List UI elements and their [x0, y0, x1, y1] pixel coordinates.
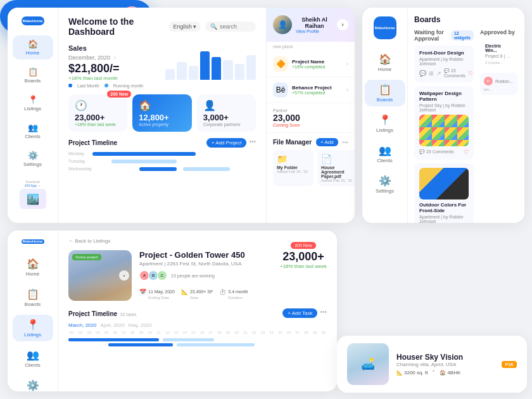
project-name-2: Behance Project: [292, 85, 343, 91]
lt-months: March, 2020 April, 2020 May, 2020: [68, 322, 327, 328]
project-arrow-icon: ›: [346, 61, 348, 67]
listing-nav-boards[interactable]: 📋 Boards: [13, 284, 53, 311]
lt-title-group: Project Timeline 32 tasks: [68, 307, 137, 319]
board-card-wallpaper[interactable]: Wallpaper Design Pattern Project Sky | b…: [414, 86, 474, 160]
waiting-col-title: Waiting for Approval 12 widgets: [414, 29, 474, 42]
workers-count: 23 people are working: [171, 274, 215, 278]
fm-header: File Manager + Add •••: [273, 138, 348, 146]
stat-card-partners: 👤 3,000+ Corporate partners: [197, 94, 256, 132]
sidebar-item-boards[interactable]: 📋 Boards: [13, 63, 53, 87]
partner-label: Partner: [273, 108, 348, 113]
board-card-outdoor[interactable]: Outdoor Colors For Front-Side Apartment …: [414, 163, 474, 223]
main-header: Welcome to the Dashboard English ▾ 🔍: [68, 16, 256, 37]
card-actions: 💬 23 Comments ♡: [419, 149, 469, 155]
lt-bar: [68, 338, 159, 341]
boards-nav-clients[interactable]: 👥 Clients: [365, 141, 405, 167]
sales-label: Sales: [68, 44, 159, 52]
comment-icon[interactable]: 💬: [419, 70, 426, 77]
duration-icon: ⏱️: [219, 289, 226, 295]
property-meta: 📐 3200 sq. ft 🏠 4BHK: [396, 370, 494, 376]
heart-icon[interactable]: ♡: [464, 149, 469, 155]
card-comments: 💬 23 Comments: [419, 149, 454, 155]
timeline-more-icon[interactable]: •••: [249, 138, 256, 148]
meta-ending-date: 📅 11 May, 2020 Ending Date: [139, 284, 175, 300]
boards-sidebar: MakeHome 🏠 Home 📋 Boards 📍 Listings 👥 Cl…: [362, 8, 408, 223]
boards-nav-boards[interactable]: 📋 Boards: [365, 80, 405, 106]
chart-bar: [177, 62, 186, 80]
file-manager-section: File Manager + Add ••• 📁 My Folder Added…: [267, 133, 355, 191]
listing-nav-clients[interactable]: 👥 Clients: [13, 345, 53, 372]
boards-logo: MakeHome: [374, 16, 396, 39]
stat-number-listings: 23,000+: [75, 113, 121, 122]
partners-stat-icon: 👤: [203, 99, 250, 111]
period-nav[interactable]: ›: [114, 54, 116, 61]
sidebar-item-settings[interactable]: ⚙️ Settings: [13, 147, 53, 171]
project-item-1[interactable]: 🔶 Project Name +18% completed ›: [267, 51, 355, 77]
add-task-button[interactable]: + Add Task: [282, 308, 317, 318]
board-card-front-door[interactable]: Front-Door Design Apartment | by Robbin …: [414, 46, 474, 82]
approved-card-1[interactable]: Electric Win... Project 8 | ... 2 Comm..…: [480, 39, 518, 69]
add-project-button[interactable]: + Add Project: [206, 138, 247, 148]
fm-item-pdf[interactable]: 📄 House Agreement Paper.pdf Added Feb 25…: [317, 150, 355, 186]
project-pct-1: +18% completed: [292, 65, 343, 69]
fm-more-icon[interactable]: •••: [343, 139, 348, 146]
stats-row: 200 New 🕐 23,000+ +18% than last week 🏠 …: [68, 94, 256, 132]
share-icon[interactable]: ↗: [436, 70, 441, 77]
listing-stats: 200 New 23,000+ +18% than last week: [280, 238, 327, 269]
search-input[interactable]: [220, 23, 251, 30]
card-sub: Apartment | by Robbin Johnson: [419, 215, 469, 223]
grid-icon[interactable]: ⊞: [429, 70, 434, 77]
settings-icon: ⚙️: [28, 151, 38, 160]
sidebar-item-clients[interactable]: 👥 Clients: [13, 119, 53, 143]
lt-more-icon[interactable]: •••: [320, 308, 327, 318]
separator: [433, 370, 434, 372]
fm-item-folder[interactable]: 📁 My Folder Added Feb 25, '20: [273, 150, 314, 186]
right-panel: 👤 Sheikh Al Raihan View Profile › new pl…: [266, 8, 355, 223]
sales-section: Sales December, 2020 › $21,800/= +18% th…: [68, 44, 256, 88]
meta-duration: ⏱️ 3.4 month Duration: [219, 284, 248, 300]
sidebar-item-listings[interactable]: 📍 Listings: [13, 91, 53, 115]
active-badge: Active project: [72, 254, 101, 260]
heart-icon[interactable]: ♡: [468, 70, 473, 77]
listing-nav-settings[interactable]: ⚙️ Settings: [13, 376, 53, 391]
stat-card-active: 🏠 12,800+ Active property: [132, 94, 191, 132]
outdoor-image: [419, 168, 469, 200]
chart-bar: [235, 64, 244, 80]
boards-nav-home[interactable]: 🏠 Home: [365, 49, 405, 76]
lt-month-april: April, 2020: [100, 322, 124, 328]
fm-date: Added Feb 25, '20: [277, 170, 310, 174]
image-nav-arrow[interactable]: ›: [119, 270, 129, 281]
listing-stat-number: 23,000+: [280, 250, 327, 263]
main-content: Welcome to the Dashboard English ▾ 🔍 Sal…: [58, 8, 266, 223]
search-box: 🔍: [205, 22, 256, 32]
card-image: [419, 168, 469, 200]
stat-desc-active: Active property: [139, 122, 185, 127]
chart-bar: [212, 57, 221, 80]
property-price-badge: P1K: [502, 361, 517, 368]
chart-bar: [223, 60, 232, 80]
project-timeline-section: Project Timeline 32 tasks + Add Task •••…: [68, 307, 327, 346]
settings-icon: ⚙️: [27, 379, 39, 391]
sidebar-item-home[interactable]: 🏠 Home: [13, 35, 53, 60]
download-ios[interactable]: Download iOS App → 🏙️: [17, 175, 49, 214]
chevron-down-icon: ▾: [193, 23, 196, 30]
fm-add-button[interactable]: + Add: [316, 138, 338, 146]
boards-nav-settings[interactable]: ⚙️ Settings: [365, 171, 405, 198]
profile-name: Sheikh Al Raihan: [296, 16, 333, 29]
fm-name: House Agreement Paper.pdf: [321, 165, 354, 179]
lt-title: Project Timeline: [68, 310, 117, 317]
fm-date: Added Feb 25, '20: [321, 179, 354, 182]
listings-icon: 📍: [379, 114, 391, 126]
listing-nav-home[interactable]: 🏠 Home: [13, 254, 53, 281]
profile-arrow-button[interactable]: ›: [337, 19, 348, 30]
view-profile-link[interactable]: View Profile: [296, 29, 333, 34]
project-item-2[interactable]: Bë Behance Project +57% completed ›: [267, 77, 355, 103]
chart-bar-active: [200, 51, 210, 80]
worker-avatar: C: [157, 270, 167, 281]
timeline-section: Project Timeline + Add Project ••• Monda…: [68, 138, 256, 171]
language-select[interactable]: English ▾: [169, 22, 200, 32]
area-icon: 📐: [396, 370, 403, 376]
home-icon: 🏠: [28, 39, 38, 49]
listing-nav-listings[interactable]: 📍 Listings: [13, 315, 53, 341]
boards-nav-listings[interactable]: 📍 Listings: [365, 110, 405, 137]
